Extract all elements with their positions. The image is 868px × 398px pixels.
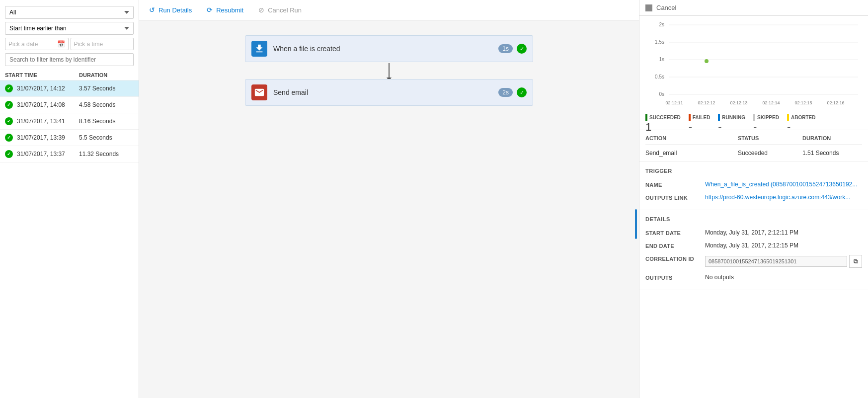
- legend-failed: FAILED -: [689, 114, 710, 134]
- list-header: START TIME DURATION: [0, 69, 139, 80]
- filter-section: All Start time earlier than Pick a date …: [0, 4, 139, 69]
- email-icon: [251, 84, 267, 100]
- run-time: 31/07/2017, 14:08: [17, 101, 79, 108]
- legend-succeeded: SUCCEEDED 1: [645, 114, 681, 134]
- run-status-icon: [5, 134, 13, 142]
- header-start-time: START TIME: [5, 72, 79, 78]
- outputs-value: No outputs: [705, 274, 862, 281]
- run-details-button[interactable]: ↺ Run Details: [145, 4, 195, 16]
- run-time: 31/07/2017, 13:41: [17, 118, 79, 125]
- time-picker[interactable]: Pick a time: [71, 38, 134, 50]
- resubmit-label: Resubmit: [216, 6, 243, 14]
- run-item[interactable]: 31/07/2017, 14:12 3.57 Seconds: [0, 80, 139, 97]
- run-duration: 5.5 Seconds: [79, 134, 134, 141]
- date-row: Pick a date 📅 Pick a time: [5, 38, 134, 50]
- correlation-row: CORRELATION ID ⧉: [645, 252, 862, 271]
- run-time: 31/07/2017, 14:12: [17, 85, 79, 92]
- cancel-run-label: Cancel Run: [268, 6, 302, 14]
- date-picker[interactable]: Pick a date 📅: [5, 38, 69, 50]
- trigger-duration: 1s: [498, 44, 513, 53]
- date-placeholder: Pick a date: [8, 41, 55, 48]
- resubmit-icon: ⟳: [206, 6, 214, 14]
- details-section: DETAILS START DATE Monday, July 31, 2017…: [639, 210, 868, 290]
- middle-panel: ↺ Run Details ⟳ Resubmit ⊘ Cancel Run Wh…: [139, 0, 639, 398]
- action-duration: 2s: [498, 88, 513, 97]
- resubmit-button[interactable]: ⟳ Resubmit: [203, 4, 246, 16]
- outputs-label: OUTPUTS: [645, 274, 705, 281]
- run-details-icon: ↺: [148, 6, 156, 14]
- legend-skipped: SKIPPED -: [753, 114, 779, 134]
- trigger-name-label: NAME: [645, 181, 705, 188]
- toolbar: ↺ Run Details ⟳ Resubmit ⊘ Cancel Run: [139, 0, 639, 20]
- scroll-indicator: [635, 209, 637, 239]
- action-name: Send_email: [645, 150, 738, 157]
- svg-text:0.5s: 0.5s: [655, 74, 664, 80]
- run-duration: 3.57 Seconds: [79, 85, 134, 92]
- correlation-input[interactable]: [705, 256, 847, 267]
- run-time: 31/07/2017, 13:37: [17, 151, 79, 158]
- svg-text:02:12:12: 02:12:12: [698, 100, 715, 105]
- time-filter-select[interactable]: Start time earlier than: [5, 22, 134, 35]
- details-title: DETAILS: [645, 216, 862, 222]
- run-duration: 11.32 Seconds: [79, 151, 134, 158]
- trigger-outputs-value[interactable]: https://prod-60.westeurope.logic.azure.c…: [705, 194, 862, 201]
- all-filter-select[interactable]: All: [5, 6, 134, 19]
- run-item[interactable]: 31/07/2017, 13:39 5.5 Seconds: [0, 130, 139, 146]
- flow-canvas: When a file is created 1s ✓ Send email 2…: [139, 20, 639, 398]
- svg-text:1s: 1s: [659, 57, 664, 62]
- action-status: Succeeded: [738, 150, 802, 157]
- action-row[interactable]: Send_email Succeeded 1.51 Seconds: [645, 145, 862, 161]
- run-chart: 2s 1.5s 1s 0.5s 0s 02:12:11 02:12:12 02:…: [645, 20, 862, 109]
- chart-area: 2s 1.5s 1s 0.5s 0s 02:12:11 02:12:12 02:…: [639, 16, 868, 130]
- trigger-section: TRIGGER NAME When_a_file_is_created (085…: [639, 162, 868, 210]
- svg-point-16: [705, 59, 709, 63]
- run-details-label: Run Details: [158, 6, 192, 14]
- run-list: 31/07/2017, 14:12 3.57 Seconds 31/07/201…: [0, 80, 139, 394]
- trigger-icon: [251, 41, 267, 57]
- svg-text:02:12:15: 02:12:15: [794, 100, 812, 105]
- calendar-icon[interactable]: 📅: [57, 40, 65, 48]
- run-item[interactable]: 31/07/2017, 13:41 8.16 Seconds: [0, 113, 139, 130]
- trigger-outputs-row: OUTPUTS LINK https://prod-60.westeurope.…: [645, 191, 862, 204]
- end-date-value: Monday, July 31, 2017, 2:12:15 PM: [705, 242, 862, 249]
- end-date-row: END DATE Monday, July 31, 2017, 2:12:15 …: [645, 239, 862, 252]
- action-duration: 1.51 Seconds: [802, 150, 862, 157]
- copy-button[interactable]: ⧉: [849, 255, 862, 268]
- end-date-label: END DATE: [645, 242, 705, 249]
- legend-aborted: ABORTED -: [787, 114, 815, 134]
- outputs-row: OUTPUTS No outputs: [645, 271, 862, 284]
- start-date-label: START DATE: [645, 229, 705, 236]
- time-placeholder: Pick a time: [74, 41, 131, 48]
- correlation-label: CORRELATION ID: [645, 255, 705, 262]
- flow-step-action[interactable]: Send email 2s ✓: [245, 79, 533, 106]
- run-status-icon: [5, 117, 13, 125]
- run-status-icon: [5, 150, 13, 158]
- cancel-label: Cancel: [656, 4, 676, 11]
- run-item[interactable]: 31/07/2017, 14:08 4.58 Seconds: [0, 97, 139, 113]
- right-panel: Cancel 2s 1.5s 1s 0.5s 0s 02:12:11 02:12…: [639, 0, 868, 398]
- cancel-status-icon: [645, 4, 652, 11]
- svg-text:0s: 0s: [659, 91, 664, 97]
- left-panel: All Start time earlier than Pick a date …: [0, 0, 139, 398]
- run-time: 31/07/2017, 13:39: [17, 134, 79, 141]
- chart-legend: SUCCEEDED 1 FAILED - RUNNING -: [645, 111, 862, 137]
- action-label: Send email: [273, 88, 498, 96]
- svg-text:1.5s: 1.5s: [655, 39, 664, 45]
- search-input[interactable]: [5, 53, 134, 66]
- svg-text:02:12:13: 02:12:13: [730, 100, 747, 105]
- start-date-row: START DATE Monday, July 31, 2017, 2:12:1…: [645, 226, 862, 239]
- trigger-outputs-label: OUTPUTS LINK: [645, 194, 705, 201]
- cancel-run-button[interactable]: ⊘ Cancel Run: [254, 4, 305, 16]
- legend-running: RUNNING -: [718, 114, 745, 134]
- svg-text:02:12:16: 02:12:16: [827, 100, 844, 105]
- trigger-success-icon: ✓: [517, 44, 527, 54]
- run-item[interactable]: 31/07/2017, 13:37 11.32 Seconds: [0, 146, 139, 162]
- action-success-icon: ✓: [517, 87, 527, 97]
- run-status-icon: [5, 101, 13, 109]
- header-duration: DURATION: [79, 72, 134, 78]
- start-date-value: Monday, July 31, 2017, 2:12:11 PM: [705, 229, 862, 236]
- run-duration: 8.16 Seconds: [79, 118, 134, 125]
- flow-step-trigger[interactable]: When a file is created 1s ✓: [245, 35, 533, 62]
- trigger-name-value[interactable]: When_a_file_is_created (0858700100155247…: [705, 181, 862, 188]
- run-duration: 4.58 Seconds: [79, 101, 134, 108]
